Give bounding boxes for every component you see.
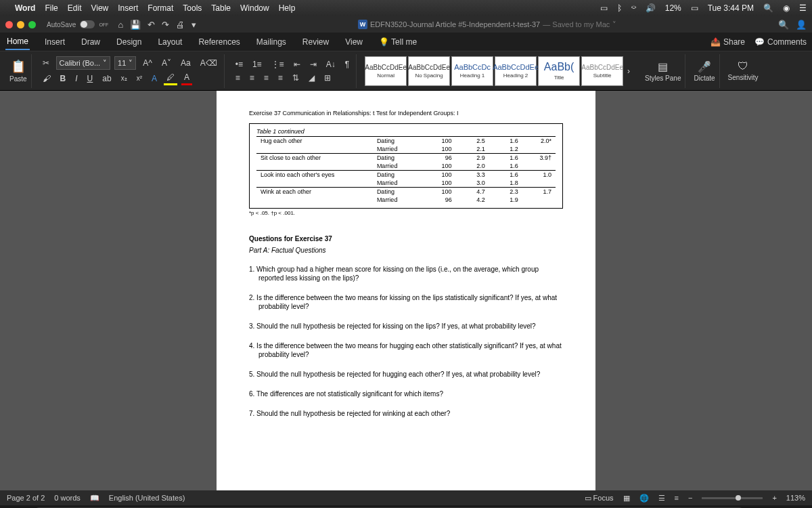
menu-view[interactable]: View — [91, 3, 108, 13]
menu-insert[interactable]: Insert — [118, 3, 138, 13]
spotlight-icon[interactable]: 🔍 — [763, 3, 773, 13]
style-no-spacing[interactable]: AaBbCcDdEeNo Spacing — [408, 56, 450, 86]
decrease-font-icon[interactable]: A˅ — [159, 57, 174, 69]
subscript-button[interactable]: x₂ — [118, 73, 130, 83]
highlight-icon[interactable]: 🖊 — [164, 71, 177, 85]
change-case-icon[interactable]: Aa — [178, 57, 194, 69]
print-layout-icon[interactable]: ▦ — [623, 494, 630, 503]
menu-window[interactable]: Window — [240, 3, 269, 13]
paste-icon[interactable]: 📋 — [11, 59, 26, 74]
menu-edit[interactable]: Edit — [68, 3, 82, 13]
align-left-icon[interactable]: ≡ — [233, 72, 243, 84]
undo-icon[interactable]: ↶ — [148, 20, 155, 30]
zoom-out-icon[interactable]: − — [688, 494, 692, 502]
tab-insert[interactable]: Insert — [43, 35, 66, 49]
siri-icon[interactable]: ◉ — [783, 3, 790, 13]
tab-home[interactable]: Home — [5, 34, 30, 50]
text-effects-icon[interactable]: A — [149, 72, 160, 85]
zoom-percent[interactable]: 113% — [786, 494, 805, 502]
style-normal[interactable]: AaBbCcDdEeNormal — [365, 56, 407, 86]
menu-file[interactable]: File — [45, 3, 58, 13]
show-marks-icon[interactable]: ¶ — [342, 58, 352, 70]
tab-view[interactable]: View — [344, 35, 364, 49]
share-button[interactable]: 📤 Share — [710, 37, 745, 47]
dictate-group[interactable]: 🎤 Dictate — [690, 54, 719, 88]
tab-layout[interactable]: Layout — [156, 35, 183, 49]
multilevel-icon[interactable]: ⋮≡ — [269, 58, 287, 70]
menubar-clock[interactable]: Tue 3:44 PM — [708, 3, 754, 13]
align-right-icon[interactable]: ≡ — [261, 72, 271, 84]
app-name-menu[interactable]: Word — [15, 3, 35, 13]
menu-tools[interactable]: Tools — [183, 3, 202, 13]
bold-button[interactable]: B — [58, 72, 69, 85]
redo-icon[interactable]: ↷ — [162, 20, 169, 30]
strikethrough-button[interactable]: ab — [99, 72, 114, 85]
menu-table[interactable]: Table — [211, 3, 231, 13]
spellcheck-icon[interactable]: 📖 — [90, 494, 99, 503]
font-size-select[interactable]: 11 ˅ — [114, 56, 136, 70]
search-icon[interactable]: 🔍 — [778, 20, 789, 30]
tab-references[interactable]: References — [197, 35, 241, 49]
document-page[interactable]: Exercise 37 Communication in Relationshi… — [217, 91, 595, 490]
font-color-icon[interactable]: A — [181, 71, 192, 85]
web-layout-icon[interactable]: 🌐 — [639, 494, 649, 503]
italic-button[interactable]: I — [72, 72, 80, 85]
document-title[interactable]: W EDFN3520-Journal Article #5-Independen… — [202, 20, 773, 29]
account-icon[interactable]: 👤 — [796, 20, 807, 30]
battery-icon[interactable]: ▭ — [691, 3, 698, 13]
style-subtitle[interactable]: AaBbCcDdEeSubtitle — [581, 56, 623, 86]
outline-icon[interactable]: ☰ — [658, 494, 665, 503]
numbering-icon[interactable]: 1≡ — [250, 58, 265, 70]
zoom-in-icon[interactable]: + — [772, 494, 776, 502]
toggle-off-icon[interactable] — [80, 20, 95, 28]
tab-draw[interactable]: Draw — [80, 35, 102, 49]
decrease-indent-icon[interactable]: ⇤ — [291, 58, 303, 70]
increase-indent-icon[interactable]: ⇥ — [307, 58, 319, 70]
sensitivity-group[interactable]: 🛡 Sensitivity — [724, 54, 763, 88]
camera-icon[interactable]: ▭ — [600, 3, 608, 13]
volume-icon[interactable]: 🔊 — [646, 3, 656, 13]
minimize-window-button[interactable] — [17, 21, 24, 28]
control-center-icon[interactable]: ☰ — [799, 3, 807, 13]
style-title[interactable]: AaBb(Title — [538, 56, 580, 86]
underline-button[interactable]: U — [85, 72, 96, 85]
chevron-down-icon[interactable]: ˅ — [612, 20, 616, 29]
word-count[interactable]: 0 words — [54, 494, 81, 502]
align-center-icon[interactable]: ≡ — [247, 72, 257, 84]
tab-review[interactable]: Review — [301, 35, 330, 49]
fullscreen-window-button[interactable] — [28, 21, 36, 28]
format-painter-icon[interactable]: 🖌 — [40, 72, 53, 85]
shading-icon[interactable]: ◢ — [306, 72, 317, 84]
language-indicator[interactable]: English (United States) — [109, 494, 185, 502]
superscript-button[interactable]: x² — [134, 73, 145, 83]
battery-percent[interactable]: 12% — [665, 3, 681, 13]
justify-icon[interactable]: ≡ — [275, 72, 286, 84]
bullets-icon[interactable]: •≡ — [233, 58, 246, 70]
increase-font-icon[interactable]: A^ — [140, 57, 155, 69]
print-icon[interactable]: 🖨 — [176, 20, 185, 30]
menu-help[interactable]: Help — [279, 3, 296, 13]
comments-button[interactable]: 💬 Comments — [754, 37, 807, 47]
qat-dropdown-icon[interactable]: ▾ — [191, 20, 196, 30]
font-name-select[interactable]: Calibri (Bo... ˅ — [56, 56, 111, 70]
clear-format-icon[interactable]: A⌫ — [198, 57, 220, 69]
line-spacing-icon[interactable]: ⇅ — [290, 72, 302, 84]
draft-icon[interactable]: ≡ — [675, 494, 679, 502]
tab-mailings[interactable]: Mailings — [255, 35, 288, 49]
menu-format[interactable]: Format — [148, 3, 173, 13]
wifi-icon[interactable]: ⌔ — [631, 3, 636, 13]
zoom-slider[interactable] — [702, 497, 763, 499]
borders-icon[interactable]: ⊞ — [321, 72, 334, 84]
document-canvas[interactable]: Exercise 37 Communication in Relationshi… — [0, 91, 812, 490]
focus-mode[interactable]: ▭ Focus — [585, 494, 614, 503]
close-window-button[interactable] — [5, 21, 13, 28]
styles-more-icon[interactable]: › — [625, 65, 633, 77]
tab-design[interactable]: Design — [115, 35, 143, 49]
autosave-toggle[interactable]: AutoSave OFF — [47, 20, 108, 28]
cut-icon[interactable]: ✂ — [40, 57, 52, 69]
styles-pane-group[interactable]: ▤ Styles Pane — [641, 54, 685, 88]
tell-me[interactable]: 💡 Tell me — [378, 35, 418, 49]
style-heading2[interactable]: AaBbCcDdEeHeading 2 — [495, 56, 537, 86]
bluetooth-icon[interactable]: ᛒ — [617, 3, 622, 13]
style-heading1[interactable]: AaBbCcDcHeading 1 — [451, 56, 493, 86]
